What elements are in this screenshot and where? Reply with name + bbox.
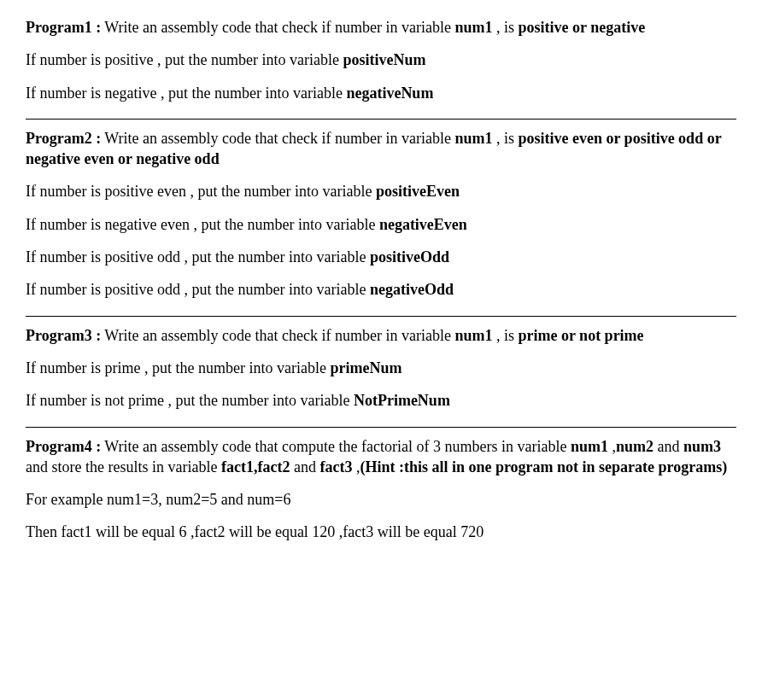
program1-line2-pre: If number is negative , put the number i… — [26, 85, 346, 102]
program4-mid3: and store the results in variable — [26, 458, 221, 475]
program4-title: Program4 : Write an assembly code that c… — [26, 436, 736, 478]
program2-title-mid: , is — [492, 130, 518, 147]
program3-title: Program3 : Write an assembly code that c… — [26, 325, 736, 346]
program3-label: Program3 : — [26, 327, 101, 344]
program2-line1: If number is positive even , put the num… — [26, 181, 736, 201]
program1-title-cond: positive or negative — [518, 19, 645, 36]
program1-line1-var: positiveNum — [343, 51, 425, 68]
program3-line1-var: primeNum — [330, 359, 402, 376]
program2-line2-pre: If number is negative even , put the num… — [26, 216, 379, 233]
program4-line1: For example num1=3, num2=5 and num=6 — [26, 489, 736, 510]
program1-title-pre: Write an assembly code that check if num… — [101, 19, 454, 36]
program1-line2: If number is negative , put the number i… — [26, 83, 736, 103]
divider — [26, 119, 736, 120]
program4-hint: (Hint :this all in one program not in se… — [360, 458, 727, 475]
program2-line2-var: negativeEven — [379, 216, 467, 233]
program4-mid1: , — [608, 438, 616, 455]
program1-title: Program1 : Write an assembly code that c… — [26, 17, 736, 38]
program2-section: Program2 : Write an assembly code that c… — [26, 128, 736, 314]
program2-line1-pre: If number is positive even , put the num… — [26, 183, 376, 200]
program1-title-var: num1 — [454, 19, 492, 36]
program2-line4-pre: If number is positive odd , put the numb… — [26, 281, 370, 298]
program4-var4: fact1,fact2 — [221, 458, 290, 475]
program4-var5: fact3 — [319, 458, 352, 475]
program1-line1-pre: If number is positive , put the number i… — [26, 51, 343, 68]
divider — [26, 316, 736, 317]
program2-line4: If number is positive odd , put the numb… — [26, 279, 736, 300]
program2-line1-var: positiveEven — [376, 183, 460, 200]
program3-title-mid: , is — [492, 327, 518, 344]
program3-title-cond: prime or not prime — [518, 327, 643, 344]
program3-line2-var: NotPrimeNum — [354, 392, 450, 409]
program4-line2: Then fact1 will be equal 6 ,fact2 will b… — [26, 522, 736, 542]
program1-label: Program1 : — [26, 19, 101, 36]
program3-line2: If number is not prime , put the number … — [26, 390, 736, 411]
program4-var1: num1 — [571, 438, 608, 455]
program3-line1-pre: If number is prime , put the number into… — [26, 359, 330, 376]
program2-line3-pre: If number is positive odd , put the numb… — [26, 248, 370, 265]
program1-line2-var: negativeNum — [346, 85, 433, 102]
program3-title-var: num1 — [454, 327, 492, 344]
program2-label: Program2 : — [26, 130, 101, 147]
program4-mid2: and — [654, 438, 683, 455]
program4-title-pre: Write an assembly code that compute the … — [101, 438, 571, 455]
program2-line3-var: positiveOdd — [370, 248, 449, 265]
program2-line4-var: negativeOdd — [370, 281, 454, 298]
program4-section: Program4 : Write an assembly code that c… — [26, 436, 736, 557]
program2-title-var: num1 — [454, 130, 492, 147]
program4-mid4: and — [290, 458, 319, 475]
program3-line1: If number is prime , put the number into… — [26, 358, 736, 378]
divider — [26, 427, 736, 428]
program2-title-pre: Write an assembly code that check if num… — [101, 130, 454, 147]
program4-label: Program4 : — [26, 438, 101, 455]
program4-var3: num3 — [683, 438, 721, 455]
program2-title: Program2 : Write an assembly code that c… — [26, 128, 736, 170]
program1-title-mid: , is — [492, 19, 518, 36]
program1-section: Program1 : Write an assembly code that c… — [26, 17, 736, 117]
program2-line3: If number is positive odd , put the numb… — [26, 247, 736, 267]
program3-section: Program3 : Write an assembly code that c… — [26, 325, 736, 425]
program1-line1: If number is positive , put the number i… — [26, 50, 736, 70]
program4-var2: num2 — [616, 438, 654, 455]
program3-line2-pre: If number is not prime , put the number … — [26, 392, 354, 409]
program3-title-pre: Write an assembly code that check if num… — [101, 327, 454, 344]
program2-line2: If number is negative even , put the num… — [26, 214, 736, 235]
